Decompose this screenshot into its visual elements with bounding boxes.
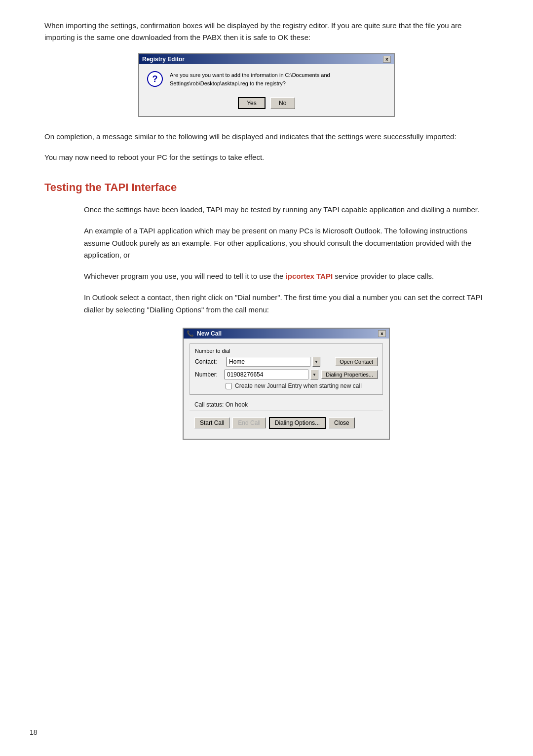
- open-contact-button[interactable]: Open Contact: [335, 357, 378, 366]
- registry-dialog-titlebar: Registry Editor ×: [139, 54, 394, 64]
- section-para4: In Outlook select a contact, then right …: [84, 292, 489, 316]
- contact-input[interactable]: [227, 357, 310, 367]
- number-label: Number:: [195, 371, 222, 378]
- registry-dialog-message: Are you sure you want to add the informa…: [170, 71, 386, 87]
- section-heading: Testing the TAPI Interface: [44, 181, 489, 194]
- section-para3-prefix: Whichever program you use, you will need…: [84, 272, 286, 280]
- call-status-value: On hook: [226, 401, 248, 408]
- intro-para3: You may now need to reboot your PC for t…: [44, 151, 489, 163]
- action-buttons-row: Start Call End Call Dialing Options... C…: [190, 415, 383, 434]
- journal-checkbox[interactable]: [226, 383, 232, 389]
- section-para3: Whichever program you use, you will need…: [84, 270, 489, 283]
- section-para1: Once the settings have been loaded, TAPI…: [84, 204, 489, 216]
- dialing-properties-button[interactable]: Dialing Properties...: [321, 370, 378, 379]
- registry-dialog-title: Registry Editor: [142, 56, 185, 63]
- contact-input-group: ▼: [227, 357, 332, 367]
- registry-dialog-container: Registry Editor × ? Are you sure you wan…: [44, 53, 489, 117]
- intro-para1: When importing the settings, confirmatio…: [44, 20, 489, 43]
- registry-dialog-buttons: Yes No: [139, 94, 394, 116]
- end-call-button[interactable]: End Call: [232, 417, 266, 428]
- new-call-close-button[interactable]: ×: [378, 330, 386, 337]
- call-status-label: Call status:: [194, 401, 224, 408]
- journal-checkbox-row: Create new Journal Entry when starting n…: [226, 382, 378, 389]
- new-call-body: Number to dial Contact: ▼ Open Contact: [184, 339, 389, 439]
- close-call-button[interactable]: Close: [329, 417, 355, 428]
- call-status-bar: Call status: On hook: [190, 399, 383, 411]
- start-call-button[interactable]: Start Call: [194, 417, 229, 428]
- registry-yes-button[interactable]: Yes: [238, 97, 266, 109]
- section-para3-suffix: service provider to place calls.: [333, 272, 434, 280]
- number-input-group: ▼: [225, 370, 318, 379]
- number-row: Number: ▼ Dialing Properties...: [195, 370, 378, 379]
- intro-para2: On completion, a message similar to the …: [44, 131, 489, 143]
- new-call-dialog: 📞 New Call × Number to dial Contact:: [183, 328, 390, 440]
- contact-label: Contact:: [195, 358, 224, 365]
- registry-dialog-close-button[interactable]: ×: [383, 56, 391, 63]
- new-call-dialog-container: 📞 New Call × Number to dial Contact:: [84, 328, 489, 440]
- contact-dropdown-arrow[interactable]: ▼: [312, 357, 320, 367]
- contact-row: Contact: ▼ Open Contact: [195, 357, 378, 367]
- page-content: When importing the settings, confirmatio…: [44, 20, 489, 440]
- page-number: 18: [30, 728, 38, 736]
- number-to-dial-group: Number to dial Contact: ▼ Open Contact: [190, 343, 383, 395]
- journal-checkbox-label: Create new Journal Entry when starting n…: [235, 382, 362, 389]
- new-call-titlebar: 📞 New Call ×: [184, 329, 389, 339]
- phone-title-icon: 📞: [187, 330, 194, 337]
- number-input[interactable]: [225, 370, 308, 379]
- section-para2: An example of a TAPI application which m…: [84, 225, 489, 262]
- dialing-options-button[interactable]: Dialing Options...: [269, 417, 326, 429]
- new-call-title: New Call: [197, 330, 222, 337]
- question-icon: ?: [147, 71, 163, 87]
- number-dropdown-arrow[interactable]: ▼: [310, 370, 318, 379]
- registry-dialog: Registry Editor × ? Are you sure you wan…: [138, 53, 395, 117]
- group-label: Number to dial: [195, 348, 378, 354]
- registry-no-button[interactable]: No: [270, 97, 295, 109]
- ipcortex-brand-text: ipcortex TAPI: [286, 272, 333, 280]
- section-body: Once the settings have been loaded, TAPI…: [44, 204, 489, 440]
- new-call-titlebar-left: 📞 New Call: [187, 330, 222, 337]
- registry-dialog-body: ? Are you sure you want to add the infor…: [139, 64, 394, 94]
